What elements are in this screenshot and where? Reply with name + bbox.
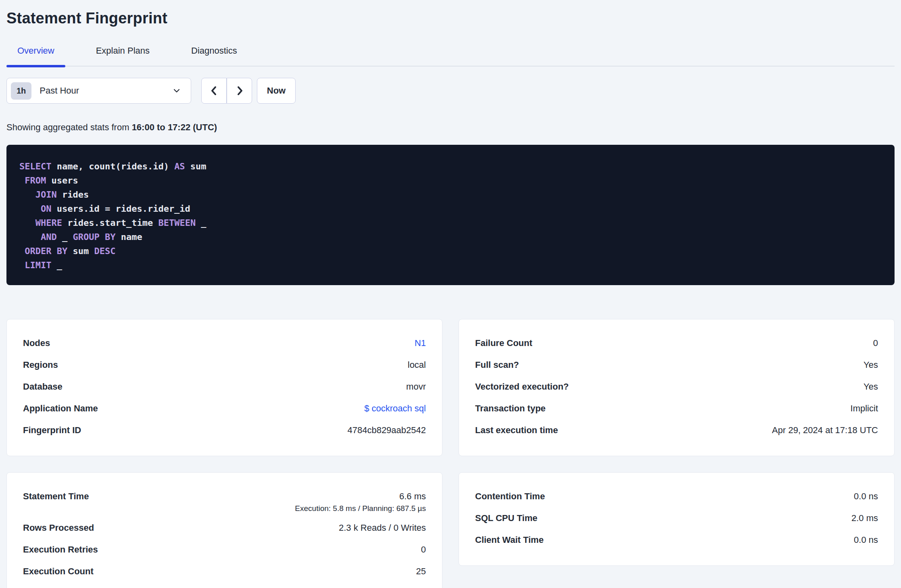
stat-label: Execution Retries (23, 544, 98, 555)
stat-value: movr (406, 382, 426, 392)
sql-keyword: JOIN (35, 190, 57, 200)
stat-label: Statement Time (23, 491, 89, 502)
stat-value: 2.3 k Reads / 0 Writes (339, 523, 426, 533)
previous-time-button[interactable] (201, 78, 227, 104)
time-range-dropdown[interactable]: 1h Past Hour (6, 78, 191, 104)
stat-row: Execution Count25 (23, 561, 426, 583)
sql-text (19, 204, 41, 214)
stat-row: Databasemovr (23, 377, 426, 398)
sql-text: users (46, 175, 78, 186)
stat-row: Full scan?Yes (475, 355, 878, 377)
time-range-badge: 1h (11, 82, 31, 100)
statement-details-card: NodesN1RegionslocalDatabasemovrApplicati… (6, 319, 442, 456)
stat-row: Rows Processed2.3 k Reads / 0 Writes (23, 518, 426, 540)
sql-text: _ (196, 218, 206, 228)
stat-label: Rows Processed (23, 523, 94, 533)
stat-label: Application Name (23, 403, 98, 414)
aggregated-stats-text: Showing aggregated stats from 16:00 to 1… (6, 122, 895, 133)
stat-row: Last execution timeApr 29, 2024 at 17:18… (475, 420, 878, 442)
summary-cards: NodesN1RegionslocalDatabasemovrApplicati… (6, 319, 895, 588)
sql-text: _ (57, 232, 73, 242)
sql-keyword: LIMIT (25, 260, 51, 270)
stat-value: Apr 29, 2024 at 17:18 UTC (772, 425, 878, 435)
sql-text: _ (51, 260, 62, 270)
sql-keyword: AND (41, 232, 57, 242)
chevron-left-icon (208, 84, 221, 97)
sql-text: rides.start_time (62, 218, 158, 228)
stat-label: Vectorized execution? (475, 382, 569, 392)
tab-overview[interactable]: Overview (6, 43, 65, 66)
sql-keyword: BETWEEN (158, 218, 196, 228)
sql-statement-box: SELECT name, count(rides.id) AS sum FROM… (6, 145, 895, 285)
stat-label: Transaction type (475, 403, 546, 414)
sql-keyword: DESC (94, 246, 115, 256)
stat-row: SQL CPU Time2.0 ms (475, 508, 878, 530)
stat-label: SQL CPU Time (475, 513, 537, 523)
sql-text (19, 218, 35, 228)
sql-text: rides (57, 190, 89, 200)
statement-times-card: Statement Time6.6 msExecution: 5.8 ms / … (6, 472, 442, 588)
stat-value: 4784cb829aab2542 (347, 425, 426, 435)
stat-label: Execution Count (23, 566, 94, 577)
stat-value: 0 (873, 338, 878, 348)
stat-value: 2.0 ms (851, 513, 878, 523)
time-controls: 1h Past Hour (6, 78, 895, 104)
stat-label: Last execution time (475, 425, 558, 436)
stat-value-link[interactable]: N1 (415, 338, 426, 348)
stat-row: Vectorized execution?Yes (475, 377, 878, 398)
stat-subtext: Execution: 5.8 ms / Planning: 687.5 µs (295, 504, 426, 513)
now-button[interactable]: Now (257, 78, 296, 104)
tab-diagnostics[interactable]: Diagnostics (180, 43, 248, 66)
stat-label: Failure Count (475, 338, 532, 348)
aggregated-stats-range: 16:00 to 17:22 (UTC) (132, 122, 217, 132)
stat-label: Fingerprint ID (23, 425, 81, 436)
stat-value: 0.0 ns (854, 535, 878, 545)
sql-text: sum (67, 246, 94, 256)
sql-text: name, count(rides.id) (51, 161, 174, 171)
page-title: Statement Fingerprint (6, 6, 895, 27)
sql-text (19, 260, 25, 270)
statement-fingerprint-page: Statement Fingerprint OverviewExplain Pl… (0, 0, 901, 588)
sql-keyword: ON (41, 204, 52, 214)
stat-value: 25 (416, 566, 426, 576)
stat-row: Fingerprint ID4784cb829aab2542 (23, 420, 426, 442)
sql-text (19, 190, 35, 200)
sql-text: name (115, 232, 142, 242)
wait-times-card: Contention Time0.0 nsSQL CPU Time2.0 msC… (459, 472, 895, 566)
chevron-down-icon (172, 86, 181, 95)
stat-row: NodesN1 (23, 333, 426, 355)
stat-value: 6.6 ms (399, 491, 426, 501)
sql-text: sum (185, 161, 206, 171)
stat-value: 0 (421, 544, 426, 555)
stat-label: Full scan? (475, 360, 519, 370)
stat-label: Client Wait Time (475, 535, 544, 545)
sql-keyword: WHERE (35, 218, 62, 228)
sql-statement: SELECT name, count(rides.id) AS sum FROM… (19, 159, 880, 272)
stat-value: Implicit (851, 403, 878, 413)
sql-keyword: AS (174, 161, 185, 171)
sql-keyword: SELECT (19, 161, 51, 171)
stat-label: Database (23, 382, 63, 392)
stat-row: Contention Time0.0 ns (475, 486, 878, 508)
tabs-bar: OverviewExplain PlansDiagnostics (6, 43, 895, 67)
stat-label: Nodes (23, 338, 50, 348)
stat-value: Yes (863, 382, 878, 392)
sql-text (19, 175, 25, 186)
stat-row: Regionslocal (23, 355, 426, 377)
stat-value: 0.0 ns (854, 491, 878, 501)
sql-keyword: ORDER BY (25, 246, 67, 256)
sql-keyword: FROM (25, 175, 46, 186)
stat-value-link[interactable]: $ cockroach sql (364, 403, 426, 413)
stat-label: Contention Time (475, 491, 545, 502)
sql-text (19, 232, 41, 242)
sql-text (19, 246, 25, 256)
sql-text: users.id = rides.rider_id (51, 204, 190, 214)
tab-explain-plans[interactable]: Explain Plans (85, 43, 161, 66)
next-time-button[interactable] (227, 78, 252, 104)
time-range-label: Past Hour (40, 85, 79, 96)
sql-keyword: GROUP BY (73, 232, 115, 242)
stat-value: local (408, 360, 426, 370)
time-step-buttons (201, 78, 252, 104)
execution-attributes-card: Failure Count0Full scan?YesVectorized ex… (459, 319, 895, 456)
stat-row: Failure Count0 (475, 333, 878, 355)
